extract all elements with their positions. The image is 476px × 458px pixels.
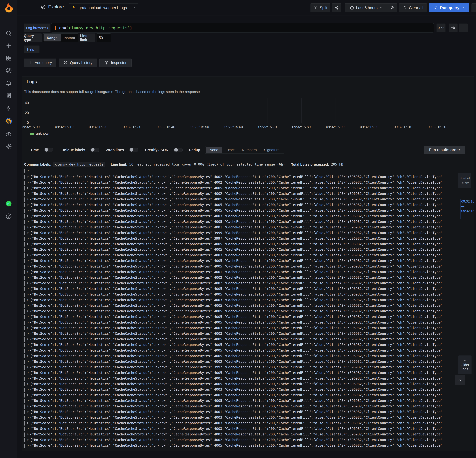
log-row[interactable]: >{"BotScore":1,"BotScoreSrc":"Heuristics… <box>24 247 462 253</box>
add-query-button[interactable]: Add query <box>24 59 56 67</box>
x-axis-tick-label: 09:32:15.90 <box>324 125 347 129</box>
log-row[interactable]: >{"BotScore":1,"BotScoreSrc":"Heuristics… <box>24 292 462 297</box>
help-icon[interactable] <box>5 213 12 220</box>
log-row[interactable]: >{"BotScore":1,"BotScoreSrc":"Heuristics… <box>24 370 462 376</box>
query-history-button[interactable]: Query history <box>59 59 97 67</box>
log-row[interactable]: >{"BotScore":1,"BotScoreSrc":"Heuristics… <box>24 415 462 421</box>
lightning-icon[interactable] <box>5 105 12 112</box>
user-avatar-earth-icon[interactable] <box>5 200 12 207</box>
log-row[interactable]: >{"BotScore":1,"BotScoreSrc":"Heuristics… <box>24 174 462 180</box>
log-row[interactable]: >{"BotScore":1,"BotScoreSrc":"Heuristics… <box>24 230 462 236</box>
share-button[interactable] <box>332 3 341 12</box>
query-type-instant[interactable]: Instant <box>61 34 78 42</box>
log-row[interactable]: >{"BotScore":1,"BotScoreSrc":"Heuristics… <box>24 326 462 331</box>
log-row[interactable]: >{"BotScore":1,"BotScoreSrc":"Heuristics… <box>24 281 462 286</box>
log-row[interactable]: >{"BotScore":1,"BotScoreSrc":"Heuristics… <box>24 393 462 398</box>
zoom-out-time-button[interactable] <box>388 3 397 12</box>
split-button[interactable]: Split <box>311 3 330 12</box>
scroll-to-top-button[interactable] <box>455 375 465 385</box>
log-row[interactable]: >{"BotScore":1,"BotScoreSrc":"Heuristics… <box>24 214 462 219</box>
dedup-option-signature[interactable]: Signature <box>260 147 283 153</box>
log-row[interactable]: >{"BotScore":1,"BotScoreSrc":"Heuristics… <box>24 443 462 449</box>
log-row[interactable]: >{"BotScore":1,"BotScoreSrc":"Heuristics… <box>24 219 462 225</box>
log-row[interactable]: >{"BotScore":1,"BotScoreSrc":"Heuristics… <box>24 365 462 370</box>
log-row[interactable]: >{"BotScore":1,"BotScoreSrc":"Heuristics… <box>24 314 462 320</box>
log-row[interactable]: >{"BotScore":1,"BotScoreSrc":"Heuristics… <box>24 286 462 292</box>
dedup-option-exact[interactable]: Exact <box>222 147 238 153</box>
log-row[interactable]: >{"BotScore":1,"BotScoreSrc":"Heuristics… <box>24 186 462 191</box>
log-row[interactable]: >{"BotScore":1,"BotScoreSrc":"Heuristics… <box>24 208 462 214</box>
log-row[interactable]: >{"BotScore":1,"BotScoreSrc":"Heuristics… <box>24 381 462 387</box>
log-row[interactable]: >{"BotScore":1,"BotScoreSrc":"Heuristics… <box>24 331 462 337</box>
log-row[interactable]: >{"BotScore":1,"BotScoreSrc":"Heuristics… <box>24 264 462 269</box>
log-row[interactable]: >{"BotScore":1,"BotScoreSrc":"Heuristics… <box>24 398 462 404</box>
log-row[interactable]: >{"BotScore":1,"BotScoreSrc":"Heuristics… <box>24 426 462 432</box>
log-browser-button[interactable]: Log browser › <box>24 24 51 32</box>
inspector-button[interactable]: Inspector <box>99 59 132 67</box>
unique-labels-toggle[interactable] <box>90 148 99 152</box>
log-row[interactable]: >{"BotScore":1,"BotScoreSrc":"Heuristics… <box>24 197 462 202</box>
cloud-alert-icon[interactable] <box>5 131 12 138</box>
query-input[interactable]: {job="clumsy.dev_http_requests"} <box>51 23 434 33</box>
explore-compass-icon[interactable] <box>5 67 12 74</box>
time-range-picker[interactable]: Last 6 hours <box>345 3 388 12</box>
flip-results-order-button[interactable]: Flip results order <box>424 146 465 154</box>
legend-label-unknown[interactable]: unknown <box>36 131 51 136</box>
search-icon[interactable] <box>5 30 12 37</box>
log-row[interactable]: >{"BotScore":1,"BotScoreSrc":"Heuristics… <box>24 180 462 186</box>
worldmap-app-icon[interactable] <box>5 118 12 124</box>
log-line-text: {"BotScore":1,"BotScoreSrc":"Heuristics"… <box>30 281 462 285</box>
clear-all-button[interactable]: Clear all <box>399 3 427 12</box>
log-row[interactable]: >{"BotScore":1,"BotScoreSrc":"Heuristics… <box>24 337 462 342</box>
run-query-button[interactable]: Run query <box>429 3 469 12</box>
range-end-time-link[interactable]: 09:32:16 <box>461 199 474 203</box>
log-row[interactable]: >{"BotScore":1,"BotScoreSrc":"Heuristics… <box>24 258 462 264</box>
reports-document-icon[interactable] <box>5 92 12 99</box>
log-row[interactable]: >{"BotScore":1,"BotScoreSrc":"Heuristics… <box>24 376 462 381</box>
remove-query-button[interactable] <box>459 24 468 32</box>
log-row[interactable]: >{"BotScore":1,"BotScoreSrc":"Heuristics… <box>24 404 462 409</box>
log-row[interactable]: >{"BotScore":1,"BotScoreSrc":"Heuristics… <box>24 236 462 242</box>
log-row[interactable]: >{"BotScore":1,"BotScoreSrc":"Heuristics… <box>24 421 462 426</box>
log-row[interactable]: >{"BotScore":1,"BotScoreSrc":"Heuristics… <box>24 191 462 197</box>
log-row[interactable]: >{"BotScore":1,"BotScoreSrc":"Heuristics… <box>24 432 462 437</box>
create-plus-icon[interactable] <box>5 42 12 49</box>
log-row[interactable]: >{"BotScore":1,"BotScoreSrc":"Heuristics… <box>24 303 462 309</box>
log-row[interactable]: >{"BotScore":1,"BotScoreSrc":"Heuristics… <box>24 354 462 359</box>
log-row[interactable]: >{"BotScore":1,"BotScoreSrc":"Heuristics… <box>24 297 462 303</box>
wrap-lines-toggle[interactable] <box>129 148 138 152</box>
dashboards-icon[interactable] <box>5 55 12 61</box>
help-button[interactable]: Help › <box>24 45 40 53</box>
log-row[interactable]: >{"BotScore":1,"BotScoreSrc":"Heuristics… <box>24 342 462 348</box>
log-row[interactable]: >{"BotScore":1,"BotScoreSrc":"Heuristics… <box>24 348 462 354</box>
log-row[interactable]: >{"BotScore":1,"BotScoreSrc":"Heuristics… <box>24 202 462 208</box>
toggle-query-visibility-button[interactable] <box>449 24 458 32</box>
settings-gear-icon[interactable] <box>5 143 12 150</box>
query-type-range[interactable]: Range <box>43 34 61 42</box>
log-row[interactable]: >{"BotScore":1,"BotScoreSrc":"Heuristics… <box>24 275 462 281</box>
log-row[interactable]: >{"BotScore":1,"BotScoreSrc":"Heuristics… <box>24 253 462 258</box>
log-level-bar <box>24 287 25 291</box>
older-logs-button[interactable]: Older logs <box>458 355 472 374</box>
log-row[interactable]: >{"BotScore":1,"BotScoreSrc":"Heuristics… <box>24 387 462 393</box>
range-start-time-link[interactable]: 09:32:15 <box>461 209 474 213</box>
log-row[interactable]: >{"BotScore":1,"BotScoreSrc":"Heuristics… <box>24 309 462 314</box>
log-line-text: {"BotScore":1,"BotScoreSrc":"Heuristics"… <box>30 320 462 324</box>
dedup-option-numbers[interactable]: Numbers <box>238 147 260 153</box>
log-row[interactable]: >{"BotScore":1,"BotScoreSrc":"Heuristics… <box>24 437 462 443</box>
log-row[interactable]: >{"BotScore":1,"BotScoreSrc":"Heuristics… <box>24 269 462 275</box>
dedup-option-none[interactable]: None <box>206 147 222 153</box>
time-toggle[interactable] <box>44 148 53 152</box>
grafana-logo-icon[interactable] <box>2 2 15 14</box>
log-row-partial[interactable]: > <box>24 169 462 174</box>
line-limit-input[interactable] <box>96 34 111 42</box>
alerting-bell-icon[interactable] <box>5 79 12 86</box>
live-button[interactable]: Live <box>472 3 476 12</box>
log-row[interactable]: >{"BotScore":1,"BotScoreSrc":"Heuristics… <box>24 409 462 415</box>
datasource-picker[interactable]: grafanacloud-jwagner1-logs <box>69 3 138 12</box>
log-row[interactable]: >{"BotScore":1,"BotScoreSrc":"Heuristics… <box>24 359 462 365</box>
log-row[interactable]: >{"BotScore":1,"BotScoreSrc":"Heuristics… <box>24 225 462 230</box>
log-row[interactable]: >{"BotScore":1,"BotScoreSrc":"Heuristics… <box>24 242 462 247</box>
log-row[interactable]: >{"BotScore":1,"BotScoreSrc":"Heuristics… <box>24 320 462 326</box>
prettify-json-toggle[interactable] <box>174 148 183 152</box>
